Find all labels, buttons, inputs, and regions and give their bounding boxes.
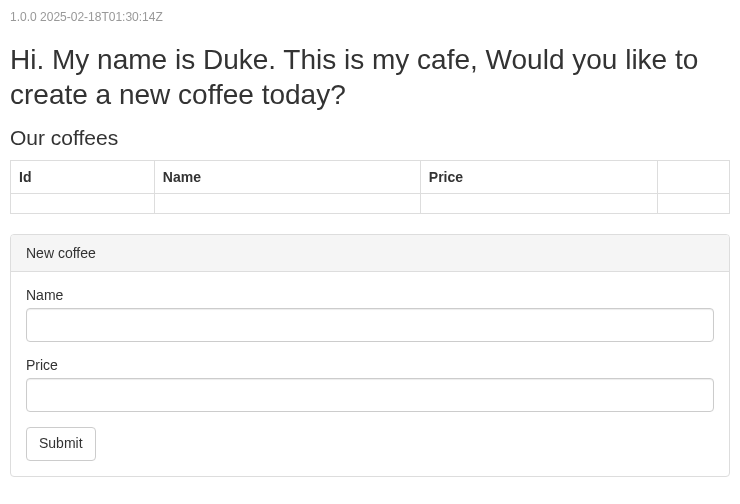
table-cell-price [420,194,657,214]
table-header-name: Name [154,161,420,194]
price-label: Price [26,357,714,373]
table-header-price: Price [420,161,657,194]
page-title: Hi. My name is Duke. This is my cafe, Wo… [10,42,730,112]
coffees-heading: Our coffees [10,126,730,150]
table-cell-action [658,194,730,214]
table-cell-name [154,194,420,214]
name-field[interactable] [26,308,714,342]
price-field[interactable] [26,378,714,412]
submit-button[interactable]: Submit [26,427,96,461]
new-coffee-panel: New coffee Name Price Submit [10,234,730,477]
price-group: Price [26,357,714,412]
panel-body: Name Price Submit [11,272,729,476]
name-group: Name [26,287,714,342]
version-timestamp: 1.0.0 2025-02-18T01:30:14Z [10,10,730,24]
timestamp-text: 2025-02-18T01:30:14Z [40,10,163,24]
table-cell-id [11,194,155,214]
panel-title: New coffee [11,235,729,272]
name-label: Name [26,287,714,303]
version-text: 1.0.0 [10,10,37,24]
table-row [11,194,730,214]
table-header-action [658,161,730,194]
coffees-table: Id Name Price [10,160,730,214]
table-header-id: Id [11,161,155,194]
table-header-row: Id Name Price [11,161,730,194]
